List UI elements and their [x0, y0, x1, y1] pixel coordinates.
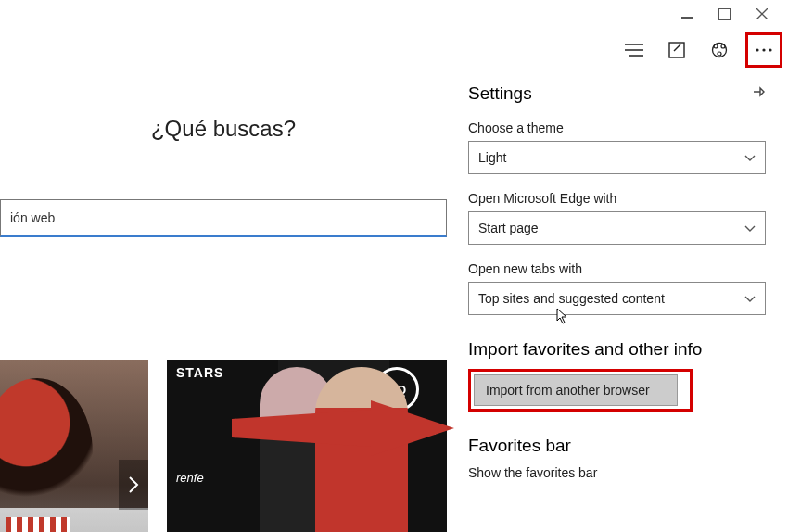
search-heading: ¿Qué buscas?	[0, 116, 447, 142]
next-arrow-icon[interactable]	[119, 460, 148, 510]
chevron-down-icon	[744, 221, 756, 235]
notes-icon[interactable]	[660, 33, 693, 67]
svg-point-11	[756, 48, 758, 51]
new-tabs-label: Open new tabs with	[468, 261, 766, 276]
search-input[interactable]: ión web	[0, 199, 447, 237]
more-button[interactable]	[745, 32, 782, 68]
maximize-button[interactable]	[718, 8, 731, 20]
settings-title: Settings	[468, 83, 532, 104]
import-highlight: Import from another browser	[468, 369, 693, 412]
toolbar-separator	[604, 38, 604, 62]
settings-panel: Settings Choose a theme Light Open Micro…	[451, 74, 782, 532]
theme-label: Choose a theme	[468, 120, 766, 135]
share-icon[interactable]	[703, 33, 736, 67]
svg-rect-5	[669, 43, 684, 57]
import-section-title: Import favorites and other info	[468, 339, 766, 360]
open-with-select[interactable]: Start page	[468, 211, 766, 245]
svg-point-8	[714, 44, 718, 48]
news-card-2-image[interactable]: STARS STARS GQ renfe DSTARS	[167, 360, 447, 532]
renfe-logo: renfe	[176, 471, 204, 485]
svg-line-6	[674, 44, 680, 51]
import-from-browser-button[interactable]: Import from another browser	[474, 374, 678, 406]
news-card-1[interactable]: n Suiza	[0, 360, 148, 532]
show-favorites-bar-label: Show the favorites bar	[468, 465, 766, 480]
chevron-down-icon	[744, 291, 756, 306]
minimize-button[interactable]	[681, 9, 693, 19]
card2-people	[260, 360, 436, 532]
favorites-bar-section-title: Favorites bar	[468, 436, 766, 456]
pin-icon[interactable]	[751, 84, 766, 103]
card1-image	[0, 378, 93, 526]
close-button[interactable]	[756, 6, 768, 22]
new-tabs-select[interactable]: Top sites and suggested content	[468, 282, 766, 315]
svg-point-12	[762, 48, 765, 51]
stars-logo: STARS	[176, 365, 223, 380]
svg-point-9	[721, 44, 725, 48]
open-with-label: Open Microsoft Edge with	[468, 191, 766, 206]
theme-select[interactable]: Light	[468, 141, 766, 174]
svg-point-10	[718, 52, 721, 56]
reading-view-icon[interactable]	[617, 33, 651, 67]
svg-point-13	[769, 48, 771, 51]
chevron-down-icon	[744, 150, 756, 165]
